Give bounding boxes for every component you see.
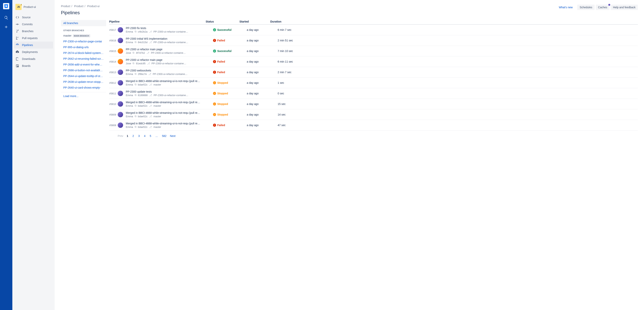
page-number: ... (156, 134, 158, 138)
bitbucket-logo-icon[interactable] (3, 3, 9, 9)
avatar (118, 38, 123, 43)
commit-icon: ⧉ (135, 72, 136, 75)
run-subtitle: Jose⧉4f7d7b2⎇PP-2300-ui-refactor-contain… (126, 51, 213, 54)
run-title: PP-2300 websockets (126, 69, 213, 72)
page-number[interactable]: 5 (150, 134, 151, 138)
sidebar-item-downloads[interactable]: Downloads (12, 55, 54, 62)
commit-icon: ⧉ (135, 115, 136, 118)
sidebar-item-source[interactable]: Source (12, 14, 54, 21)
branch-icon: ⎇ (149, 115, 152, 118)
avatar (118, 27, 123, 32)
pipeline-row[interactable]: #5810Merged in BBCI-4668-while-streaming… (109, 99, 638, 109)
commit-icon: ⧉ (135, 125, 136, 129)
caches-button[interactable]: Caches (596, 5, 610, 10)
sidebar-item-label: Pipelines (22, 43, 33, 47)
breadcrumb-link[interactable]: Product-ui (87, 5, 100, 8)
branch-item[interactable]: PP-2656-add-ui-event-for-when… (61, 62, 106, 67)
page-number[interactable]: 4 (144, 134, 146, 138)
downloads-icon (16, 57, 19, 61)
run-title: PP-2300 update tests (126, 90, 213, 93)
sidebar: JS Product-ui SourceCommitsBranchesPull … (12, 0, 55, 310)
branch-item[interactable]: PP-2640-ui-card-shows-empty- (61, 85, 106, 91)
status-failed-icon: ! (213, 124, 216, 127)
status-badge: ✓Successful (213, 49, 247, 53)
run-title: PP-2300 initial WS implementation (126, 37, 213, 40)
branch-item[interactable]: PP-2666-ui-button-not-available… (61, 67, 106, 73)
commit-icon: ⧉ (135, 94, 136, 97)
status-badge: !Failed (213, 71, 247, 74)
project-header[interactable]: JS Product-ui (12, 4, 54, 14)
pipeline-row[interactable]: #5817PP-2300 fix testsEmma⧉c4b2b2a⎇PP-23… (109, 25, 638, 35)
pipeline-row[interactable]: #5811PP-2300 update testsEmma⧉8189888⎇PP… (109, 88, 638, 99)
sidebar-item-deployments[interactable]: Deployments (12, 48, 54, 55)
breadcrumb-link[interactable]: Product (74, 5, 83, 8)
page-prev[interactable]: Prev (118, 134, 123, 138)
sidebar-item-pipelines[interactable]: Pipelines (14, 42, 53, 48)
create-icon[interactable] (2, 23, 10, 31)
pipeline-row[interactable]: #5808Merged in BBCI-4668-while-streaming… (109, 120, 638, 131)
run-started: a day ago (247, 49, 278, 53)
branch-master[interactable]: masterMAIN BRANCH (61, 33, 106, 38)
status-badge: −Stopped (213, 102, 247, 106)
run-title: Merged in BBCI-4668-while-streaming-ui-i… (126, 122, 213, 125)
commit-icon: ⧉ (135, 41, 136, 44)
branch-icon: ⎇ (149, 30, 152, 33)
pipeline-row[interactable]: #5815PP-2300 ui refactor main pageJose⧉4… (109, 46, 638, 56)
branch-icon: ⎇ (149, 104, 152, 107)
sidebar-item-label: Deployments (22, 50, 38, 53)
all-branches-filter[interactable]: All branches (61, 20, 106, 26)
status-badge: !Failed (213, 39, 247, 42)
page-number[interactable]: 582 (162, 134, 166, 138)
branch-panel: All branches OTHER BRANCHES masterMAIN B… (61, 20, 106, 138)
sidebar-item-commits[interactable]: Commits (12, 21, 54, 28)
branch-item[interactable]: PP-2638-ui-update-rerun-stopp… (61, 79, 106, 85)
commit-icon: ⧉ (135, 83, 136, 86)
run-subtitle: Emma⧉bdae52c⎇master (126, 115, 213, 118)
run-duration: 2 min 7 sec (278, 71, 638, 74)
sidebar-item-label: Branches (22, 30, 34, 33)
status-success-icon: ✓ (213, 49, 216, 53)
branch-item[interactable]: PP-2300-ui-refactor-page-contai (61, 38, 106, 44)
pipeline-row[interactable]: #5814PP-2300 ui refactor main pageJose⧉9… (109, 56, 638, 67)
branches-icon (16, 29, 19, 33)
page-number[interactable]: 3 (138, 134, 140, 138)
pipeline-row[interactable]: #5813PP-2300 websocketsEmma⧉2f6bc7e⎇PP-2… (109, 67, 638, 78)
pipeline-row[interactable]: #5812Merged in BBCI-4668-while-streaming… (109, 78, 638, 88)
branch-item[interactable]: PP-2642-ui-rerunning-failed-scr… (61, 56, 106, 62)
avatar (118, 80, 123, 86)
status-failed-icon: ! (213, 39, 216, 42)
branch-item[interactable]: PP-2644-ui-update-tooltip-of-st… (61, 73, 106, 79)
avatar (118, 69, 123, 75)
schedules-button[interactable]: Schedules (577, 5, 594, 10)
avatar (118, 123, 123, 128)
run-started: a day ago (247, 113, 278, 116)
load-more-link[interactable]: Load more... (61, 92, 106, 100)
run-number: #5812 (109, 81, 118, 84)
search-icon[interactable] (2, 14, 10, 21)
sidebar-item-label: Downloads (22, 57, 35, 60)
sidebar-item-branches[interactable]: Branches (12, 28, 54, 35)
branch-item[interactable]: PP-995-ui-dialog-urls (61, 44, 106, 50)
run-duration: 6 min 7 sec (278, 28, 638, 31)
commits-icon (16, 22, 19, 26)
page-number[interactable]: 1 (127, 134, 128, 138)
status-badge: !Failed (213, 60, 247, 63)
breadcrumb-link[interactable]: Product (61, 5, 70, 8)
status-stopped-icon: − (213, 102, 216, 106)
branch-icon: ⎇ (146, 51, 149, 54)
branch-item[interactable]: PP-2674-ui-block-failed-system… (61, 50, 106, 56)
column-status: Status (206, 20, 240, 23)
sidebar-item-pull-requests[interactable]: Pull requests (12, 35, 54, 42)
global-nav (0, 0, 12, 310)
run-subtitle: Emma⧉bdae52c⎇master (126, 104, 213, 107)
sidebar-item-boards[interactable]: Boards (12, 62, 54, 69)
pipeline-row[interactable]: #5809Merged in BBCI-4668-while-streaming… (109, 109, 638, 120)
branch-icon: ⎇ (147, 62, 150, 65)
run-number: #5808 (109, 124, 118, 127)
pipeline-row[interactable]: #5816PP-2300 initial WS implementationEm… (109, 35, 638, 46)
page-number[interactable]: 2 (132, 134, 134, 138)
whats-new-link[interactable]: What's new (559, 6, 572, 9)
run-subtitle: Emma⧉bdae52c⎇master (126, 83, 213, 86)
help-feedback-button[interactable]: Help and feedback (610, 5, 638, 10)
page-next[interactable]: Next (170, 134, 176, 138)
